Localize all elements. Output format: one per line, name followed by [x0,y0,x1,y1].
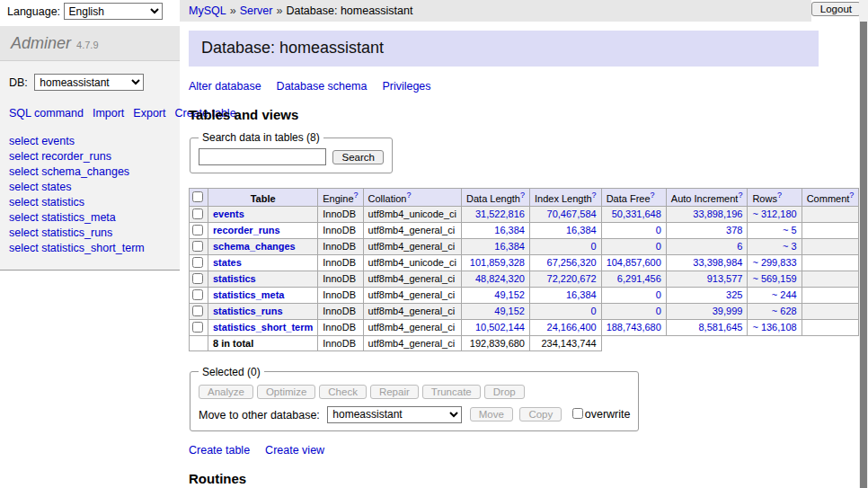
data-length-link[interactable]: 49,152 [494,306,525,316]
select-all-checkbox[interactable] [192,191,203,202]
sidebar-table-link[interactable]: select statistics_meta [9,211,116,224]
column-help-link[interactable]: ? [738,191,742,200]
table-name-link[interactable]: events [213,209,244,219]
logout-button[interactable]: Logout [811,2,861,16]
scrollbar-thumb[interactable] [860,22,867,488]
row-checkbox[interactable] [192,209,203,219]
table-name-link[interactable]: schema_changes [213,241,296,252]
row-checkbox[interactable] [192,273,203,284]
index-length-link[interactable]: 0 [591,306,597,316]
sidebar-table-link[interactable]: select recorder_runs [9,150,111,163]
bulk-action-button[interactable]: Repair [370,385,419,399]
auto-increment-link[interactable]: 39,999 [713,306,743,316]
rows-count-link[interactable]: ~ 136,108 [752,322,796,333]
table-name-link[interactable]: statistics_meta [213,289,285,300]
row-checkbox[interactable] [192,322,203,333]
sidebar-table-link[interactable]: select schema_changes [9,165,129,178]
sidebar-table-link[interactable]: select statistics_runs [9,226,112,239]
data-free-link[interactable]: 104,857,600 [607,257,661,268]
index-length-link[interactable]: 24,166,400 [547,322,597,333]
sidebar-table-link[interactable]: select statistics [9,196,84,209]
row-checkbox[interactable] [192,257,203,268]
auto-increment-link[interactable]: 33,898,196 [693,209,742,219]
table-name-link[interactable]: statistics_runs [213,306,283,316]
search-input[interactable] [199,148,326,165]
sidebar-action-link[interactable]: SQL command [9,107,84,120]
vertical-scrollbar[interactable] [859,0,868,488]
bulk-action-button[interactable]: Truncate [422,385,481,399]
database-action-link[interactable]: Alter database [189,80,261,93]
bulk-action-button[interactable]: Analyze [199,385,253,399]
data-free-link[interactable]: 6,291,456 [617,273,661,284]
auto-increment-link[interactable]: 33,398,984 [693,257,742,268]
row-checkbox[interactable] [192,289,203,300]
rows-count-link[interactable]: ~ 3 [783,241,797,252]
table-name-link[interactable]: states [213,257,242,268]
index-length-link[interactable]: 16,384 [566,225,597,235]
data-free-link[interactable]: 0 [656,306,661,316]
table-name-link[interactable]: recorder_runs [213,225,280,235]
table-name-link[interactable]: statistics_short_term [213,322,313,333]
overwrite-toggle[interactable]: overwrite [572,408,631,421]
rows-count-link[interactable]: ~ 5 [783,225,797,235]
data-free-link[interactable]: 188,743,680 [607,322,661,333]
column-help-link[interactable]: ? [520,191,525,200]
breadcrumb-link-server[interactable]: Server [240,4,273,17]
column-help-link[interactable]: ? [849,191,854,200]
rows-count-link[interactable]: ~ 628 [772,306,797,316]
sidebar-action-link[interactable]: Export [133,107,165,120]
bulk-action-button[interactable]: Drop [484,385,525,399]
index-length-link[interactable]: 16,384 [566,289,597,300]
index-length-link[interactable]: 67,256,320 [547,257,597,268]
sidebar-table-link[interactable]: select statistics_short_term [9,242,145,254]
table-name-link[interactable]: statistics [213,273,256,284]
auto-increment-link[interactable]: 325 [726,289,742,300]
row-checkbox[interactable] [192,306,203,316]
search-button[interactable]: Search [332,150,383,164]
column-help-link[interactable]: ? [651,191,655,200]
index-length-link[interactable]: 0 [591,241,597,252]
rows-count-link[interactable]: ~ 312,180 [752,209,796,219]
language-select[interactable]: English [64,3,163,20]
rows-count-link[interactable]: ~ 299,833 [752,257,796,268]
data-length-link[interactable]: 48,824,320 [475,273,525,284]
copy-button[interactable]: Copy [519,407,562,421]
move-button[interactable]: Move [470,407,513,421]
rows-count-link[interactable]: ~ 569,159 [752,273,796,284]
bulk-action-button[interactable]: Check [319,385,367,399]
data-free-link[interactable]: 50,331,648 [612,209,661,219]
overwrite-checkbox[interactable] [572,408,583,419]
column-help-link[interactable]: ? [406,191,411,200]
data-free-link[interactable]: 0 [656,289,661,300]
data-length-link[interactable]: 10,502,144 [475,322,525,333]
auto-increment-link[interactable]: 8,581,645 [698,322,742,333]
move-db-select[interactable]: homeassistant [327,406,462,423]
auto-increment-link[interactable]: 6 [737,241,742,252]
sidebar-action-link[interactable]: Import [93,107,124,120]
data-length-link[interactable]: 16,384 [494,225,525,235]
sidebar-table-link[interactable]: select events [9,135,75,147]
index-length-link[interactable]: 70,467,584 [547,209,597,219]
data-free-link[interactable]: 0 [656,241,661,252]
rows-count-link[interactable]: ~ 244 [772,289,797,300]
column-help-link[interactable]: ? [777,191,782,200]
database-action-link[interactable]: Privileges [382,80,430,93]
auto-increment-link[interactable]: 913,577 [707,273,743,284]
auto-increment-link[interactable]: 378 [726,225,742,235]
data-length-link[interactable]: 101,859,328 [470,257,525,268]
row-checkbox[interactable] [192,241,203,252]
index-length-link[interactable]: 72,220,672 [547,273,597,284]
column-help-link[interactable]: ? [354,191,359,200]
data-length-link[interactable]: 49,152 [494,289,525,300]
breadcrumb-link-mysql[interactable]: MySQL [189,4,226,17]
data-free-link[interactable]: 0 [656,225,661,235]
db-select[interactable]: homeassistant [34,74,144,91]
database-action-link[interactable]: Database schema [277,80,368,93]
bulk-action-button[interactable]: Optimize [257,385,315,399]
create-link[interactable]: Create view [265,444,324,457]
data-length-link[interactable]: 31,522,816 [475,209,525,219]
sidebar-table-link[interactable]: select states [9,181,71,193]
create-link[interactable]: Create table [189,444,250,457]
column-help-link[interactable]: ? [592,191,597,200]
row-checkbox[interactable] [192,225,203,235]
